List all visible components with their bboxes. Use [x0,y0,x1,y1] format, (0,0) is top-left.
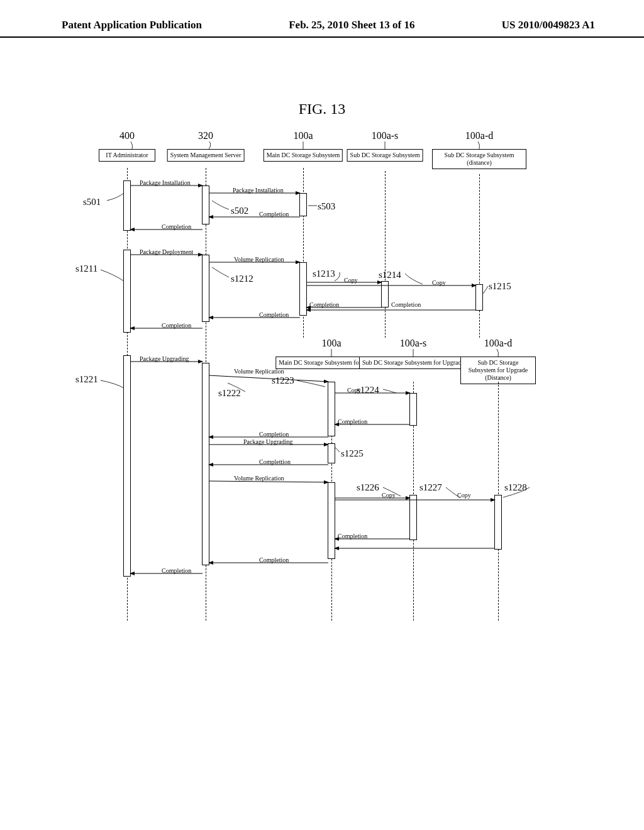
participant-num: 100a-d [484,338,512,349]
message: Completion [259,431,289,438]
sequence-diagram: 400 320 100a 100a-s 100a-d IT Administra… [70,130,574,633]
participant-box: Sub DC Storage Subsystem [347,149,423,162]
message: Completion [338,533,367,540]
participant-num: 100a-s [372,130,399,141]
header-center: Feb. 25, 2010 Sheet 13 of 16 [289,19,414,31]
message: Complettion [259,458,291,465]
message: Volume Replication [234,256,284,263]
participant-num: 400 [119,130,135,141]
message: Package Upgrading [140,355,189,362]
step-label: s502 [231,206,248,216]
activation [202,363,209,565]
activation [123,180,131,231]
step-label: s1223 [272,375,294,386]
activation [299,262,307,316]
activation [202,185,209,224]
message: Volume Replication [234,475,284,482]
header-right: US 2010/0049823 A1 [502,19,595,31]
step-label: s1212 [231,274,253,284]
message: Package Upgrading [243,438,293,445]
participant-num: 100a [293,130,313,141]
header-left: Patent Application Publication [62,19,202,31]
activation [328,482,335,559]
participant-num: 100a-d [465,130,493,141]
message: Copy [344,277,358,284]
step-label: s1224 [357,385,379,396]
message: Volume Replication [234,368,284,375]
participant-box: IT Administrator [99,149,155,162]
lifeline [385,171,386,338]
step-label: s1225 [341,448,364,459]
step-label: s1221 [75,374,98,385]
message: Completion [162,322,191,329]
step-label: s1213 [313,268,335,279]
step-label: s1226 [357,482,379,493]
message: Completion [338,418,367,425]
participant-num: 100a [321,338,341,349]
activation [409,393,417,426]
message: Package Installation [233,187,284,194]
message: Copy [382,492,396,499]
message: Completion [259,311,289,318]
participant-box: System Management Server [167,149,245,162]
step-label: s1215 [489,281,511,292]
step-label: s1228 [504,482,527,493]
activation [409,495,417,540]
message: Completion [309,301,339,308]
activation [381,281,389,307]
figure-title: FIG. 13 [0,101,644,118]
message: Copy [432,279,446,286]
activation [494,495,502,550]
step-label: s1227 [419,482,442,493]
participant-box: Sub DC Storage Subsystem (distance) [432,149,526,169]
lifeline [479,174,480,338]
activation [299,193,307,216]
page-header: Patent Application Publication Feb. 25, … [0,0,644,38]
activation [328,382,335,436]
participant-box: Main DC Storage Subsystem [264,149,343,162]
step-label: s1222 [218,388,241,399]
step-label: s1214 [379,270,401,280]
participant-box: Sub DC Storage Subsystem for Upgrade [359,357,467,369]
message: Completion [162,567,191,574]
participant-box: Sub DC Storage Subsystem for Upgrade (Di… [460,357,536,384]
activation [202,255,209,322]
message: Package Installation [140,179,191,186]
activation [475,284,483,311]
participant-num: 100a-s [400,338,427,349]
message: Copy [457,492,471,499]
message: Completion [162,223,191,230]
participant-num: 320 [198,130,213,141]
activation [123,250,131,333]
svg-line-14 [209,375,328,382]
activation [123,355,131,577]
step-label: s1211 [75,263,97,274]
message: Completion [259,556,289,563]
step-label: s501 [83,197,101,208]
message: Completion [391,301,421,308]
activation [328,443,335,463]
message: Completion [259,211,289,218]
step-label: s503 [318,201,335,212]
message: Package Deployment [140,248,193,255]
